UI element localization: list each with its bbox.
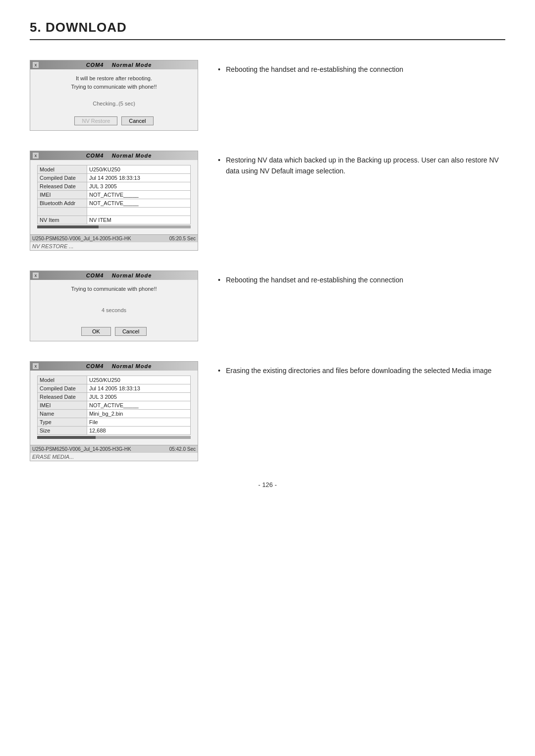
dialog-buttons-3: OK Cancel	[37, 327, 191, 336]
action-label-2: NV RESTORE ...	[30, 242, 198, 250]
table-value: File	[87, 418, 191, 426]
table-label: IMEI	[38, 401, 87, 409]
table-row: Type File	[38, 418, 191, 426]
dialog-center-line-1-1: It will be restore after rebooting.Tryin…	[37, 74, 191, 91]
content-rows: x COM4 Normal Mode It will be restore af…	[30, 60, 505, 461]
dialog-wrapper-4: x COM4 Normal Mode Model U250/KU250	[30, 361, 198, 461]
dialog-box-1: x COM4 Normal Mode It will be restore af…	[30, 60, 198, 131]
dialog-wrapper-3: x COM4 Normal Mode Trying to communicate…	[30, 270, 198, 341]
description-3: Rebooting the handset and re-establishin…	[218, 270, 505, 287]
dialog-progress-2	[37, 225, 191, 228]
dialog-seconds-3: 4 seconds	[37, 307, 191, 313]
dialog-progress-4	[37, 436, 191, 439]
dialog-title-2: COM4 Normal Mode	[42, 153, 196, 159]
dialog-box-4: x COM4 Normal Mode Model U250/KU250	[30, 361, 198, 461]
dialog-body-4: Model U250/KU250 Compiled Date Jul 14 20…	[30, 371, 198, 445]
dialog-wrapper-1: x COM4 Normal Mode It will be restore af…	[30, 60, 198, 131]
table-row: IMEI NOT_ACTIVE_____	[38, 401, 191, 409]
table-value: 12,688	[87, 426, 191, 434]
table-label: Size	[38, 426, 87, 434]
table-row: NV Item NV ITEM	[38, 216, 191, 224]
nv-restore-button-1[interactable]: NV Restore	[74, 116, 117, 125]
cancel-button-3[interactable]: Cancel	[115, 327, 147, 336]
dialog-table-2: Model U250/KU250 Compiled Date Jul 14 20…	[37, 165, 191, 224]
status-right-2: 05:20.5 Sec	[169, 236, 196, 241]
table-row: Released Date JUL 3 2005	[38, 392, 191, 401]
close-button-4[interactable]: x	[32, 363, 39, 370]
dialog-titlebar-3: x COM4 Normal Mode	[30, 271, 198, 280]
table-label: Type	[38, 418, 87, 426]
dialog-titlebar-1: x COM4 Normal Mode	[30, 60, 198, 69]
table-label	[38, 208, 87, 216]
table-label: Released Date	[38, 392, 87, 401]
table-value: Jul 14 2005 18:33:13	[87, 384, 191, 392]
dialog-title-4: COM4 Normal Mode	[42, 363, 196, 369]
desc-item-4-1: Erasing the existing directories and fil…	[218, 365, 505, 376]
dialog-box-2: x COM4 Normal Mode Model U250/KU250	[30, 151, 198, 251]
status-left-2: U250-PSM6250-V006_Jul_14-2005-H3G-HK	[32, 236, 131, 241]
dialog-title-1: COM4 Normal Mode	[42, 62, 196, 68]
table-label: IMEI	[38, 191, 87, 199]
table-value: Mini_bg_2.bin	[87, 409, 191, 418]
table-label: Compiled Date	[38, 384, 87, 392]
dialog-titlebar-2: x COM4 Normal Mode	[30, 151, 198, 160]
ok-button-3[interactable]: OK	[81, 327, 111, 336]
cancel-button-1[interactable]: Cancel	[121, 116, 153, 125]
dialog-title-3: COM4 Normal Mode	[42, 272, 196, 278]
table-value: NOT_ACTIVE_____	[87, 199, 191, 208]
table-value: JUL 3 2005	[87, 392, 191, 401]
desc-item-1-1: Rebooting the handset and re-establishin…	[218, 64, 505, 75]
table-label: Compiled Date	[38, 174, 87, 182]
table-row: Size 12,688	[38, 426, 191, 434]
table-row: Model U250/KU250	[38, 376, 191, 384]
desc-item-3-1: Rebooting the handset and re-establishin…	[218, 274, 505, 285]
table-label: Model	[38, 376, 87, 384]
table-label: NV Item	[38, 216, 87, 224]
dialog-status-4: U250-PSM6250-V006_Jul_14-2005-H3G-HK 05:…	[30, 445, 198, 453]
status-left-4: U250-PSM6250-V006_Jul_14-2005-H3G-HK	[32, 446, 131, 452]
description-2: Restoring NV data which backed up in the…	[218, 151, 505, 179]
table-label: Model	[38, 165, 87, 174]
close-button-2[interactable]: x	[32, 152, 39, 159]
table-label: Name	[38, 409, 87, 418]
page-number: - 126 -	[30, 481, 505, 488]
content-row-2: x COM4 Normal Mode Model U250/KU250	[30, 151, 505, 251]
table-value: JUL 3 2005	[87, 182, 191, 191]
dialog-checking-1: Checking..(5 sec)	[37, 101, 191, 107]
close-button-3[interactable]: x	[32, 272, 39, 279]
dialog-wrapper-2: x COM4 Normal Mode Model U250/KU250	[30, 151, 198, 251]
page-container: 5. DOWNLOAD x COM4 Normal Mode It will b…	[0, 0, 535, 518]
dialog-buttons-1: NV Restore Cancel	[37, 116, 191, 125]
table-value: NV ITEM	[87, 216, 191, 224]
table-label: Released Date	[38, 182, 87, 191]
content-row-3: x COM4 Normal Mode Trying to communicate…	[30, 270, 505, 341]
dialog-body-3: Trying to communicate with phone!! 4 sec…	[30, 280, 198, 341]
progress-bar-4	[37, 436, 96, 439]
table-row: IMEI NOT_ACTIVE_____	[38, 191, 191, 199]
table-row: Compiled Date Jul 14 2005 18:33:13	[38, 174, 191, 182]
table-row: Name Mini_bg_2.bin	[38, 409, 191, 418]
description-1: Rebooting the handset and re-establishin…	[218, 60, 505, 77]
desc-item-2-1: Restoring NV data which backed up in the…	[218, 155, 505, 177]
close-button-1[interactable]: x	[32, 61, 39, 68]
dialog-body-1: It will be restore after rebooting.Tryin…	[30, 69, 198, 130]
table-value: U250/KU250	[87, 165, 191, 174]
status-right-4: 05:42.0 Sec	[169, 446, 196, 452]
table-row: Model U250/KU250	[38, 165, 191, 174]
table-row	[38, 208, 191, 216]
table-value: NOT_ACTIVE_____	[87, 191, 191, 199]
dialog-status-2: U250-PSM6250-V006_Jul_14-2005-H3G-HK 05:…	[30, 234, 198, 242]
dialog-body-2: Model U250/KU250 Compiled Date Jul 14 20…	[30, 160, 198, 234]
dialog-table-4: Model U250/KU250 Compiled Date Jul 14 20…	[37, 376, 191, 435]
table-row: Released Date JUL 3 2005	[38, 182, 191, 191]
table-row: Compiled Date Jul 14 2005 18:33:13	[38, 384, 191, 392]
description-4: Erasing the existing directories and fil…	[218, 361, 505, 378]
dialog-titlebar-4: x COM4 Normal Mode	[30, 362, 198, 371]
table-label: Bluetooth Addr	[38, 199, 87, 208]
content-row-1: x COM4 Normal Mode It will be restore af…	[30, 60, 505, 131]
table-value: NOT_ACTIVE_____	[87, 401, 191, 409]
content-row-4: x COM4 Normal Mode Model U250/KU250	[30, 361, 505, 461]
table-value: Jul 14 2005 18:33:13	[87, 174, 191, 182]
section-title: 5. DOWNLOAD	[30, 20, 505, 40]
dialog-center-line-3-1: Trying to communicate with phone!!	[37, 285, 191, 293]
